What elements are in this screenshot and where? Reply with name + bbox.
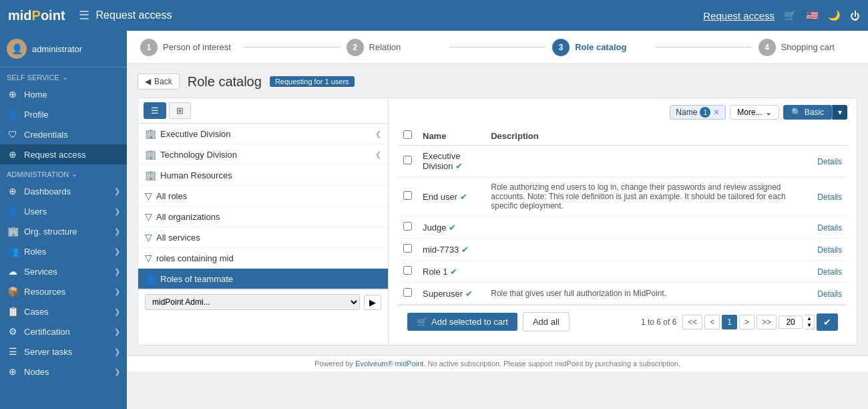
wizard-steps: 1 Person of interest 2 Relation 3 Role c… [127, 31, 868, 64]
filter-clear-icon[interactable]: ✕ [713, 108, 720, 117]
row-checkbox[interactable] [403, 156, 412, 164]
tree-item-label: Roles of teammate [160, 274, 233, 284]
sidebar-item-label: Resources [24, 287, 65, 297]
tree-item-executive-division[interactable]: 🏢 Executive Division ❮ [138, 124, 388, 144]
step-circle-2: 2 [347, 39, 364, 56]
details-link[interactable]: Details [817, 157, 842, 166]
sidebar-item-nodes[interactable]: ⊕ Nodes ❯ [0, 362, 127, 382]
sidebar-username[interactable]: administrator [32, 44, 82, 54]
cases-icon: 📋 [7, 306, 19, 317]
top-nav: midPoint ☰ Request access Request access… [0, 0, 868, 31]
sidebar-item-home[interactable]: ⊕ Home [0, 84, 127, 104]
select-confirm-button[interactable]: ▶ [364, 295, 381, 310]
nav-request-link[interactable]: Request access [703, 10, 775, 21]
row-actions-cell: Details [812, 261, 847, 283]
details-link[interactable]: Details [817, 223, 842, 233]
details-link[interactable]: Details [817, 245, 842, 255]
prev-page-button[interactable]: < [704, 315, 720, 329]
back-button[interactable]: ◀ Back [138, 74, 180, 90]
tree-item-roles-of-teammate[interactable]: 👤 Roles of teammate [138, 269, 388, 289]
sidebar-item-resources[interactable]: 📦 Resources ❯ [0, 281, 127, 301]
tree-item-label: Human Resources [160, 170, 232, 180]
sidebar-item-label: Request access [24, 150, 86, 160]
row-description-cell [485, 217, 812, 239]
details-link[interactable]: Details [817, 192, 842, 202]
tree-item-all-roles[interactable]: ▽ All roles [138, 186, 388, 207]
avatar: 👤 [7, 39, 27, 59]
catalog-area: ◀ Back Role catalog Requesting for 1 use… [127, 64, 868, 355]
row-checkbox[interactable] [403, 266, 412, 275]
sidebar-item-request-access[interactable]: ⊕ Request access [0, 144, 127, 164]
moon-icon[interactable]: 🌙 [828, 9, 841, 21]
basic-dropdown-button[interactable]: ▾ [832, 105, 847, 120]
wizard-step-3: 3 Role catalog [552, 39, 648, 56]
row-description-cell [485, 261, 812, 283]
sidebar-item-label: Users [24, 207, 47, 217]
evolveum-link[interactable]: Evolveum® midPoint [355, 360, 423, 368]
tree-item-roles-containing-mid[interactable]: ▽ roles containing mid [138, 248, 388, 269]
page-size-up-button[interactable]: ▲ [805, 315, 814, 322]
row-actions-cell: Details [812, 177, 847, 217]
row-checkbox[interactable] [403, 244, 412, 253]
cart-icon: 🛒 [417, 317, 427, 327]
logo: midPoint [8, 8, 65, 23]
actions-header [812, 126, 847, 146]
sidebar: 👤 administrator SELF SERVICE ⌄ ⊕ Home 👤 … [0, 31, 127, 409]
right-panel: Name 1 ✕ More... ⌄ 🔍 Basic [389, 98, 857, 345]
sidebar-item-dashboards[interactable]: ⊕ Dashboards ❯ [0, 181, 127, 201]
grid-view-button[interactable]: ⊞ [169, 102, 191, 119]
sidebar-item-certification[interactable]: ⚙ Certification ❯ [0, 321, 127, 342]
add-all-button[interactable]: Add all [523, 312, 570, 331]
page-size-down-button[interactable]: ▼ [805, 322, 814, 329]
active-check-icon: ✔ [465, 289, 473, 299]
add-to-cart-button[interactable]: 🛒 Add selected to cart [407, 313, 517, 331]
row-actions-cell: Details [812, 146, 847, 177]
step-circle-1: 1 [140, 39, 158, 56]
tree-item-technology-division[interactable]: 🏢 Technology Division ❮ [138, 144, 388, 165]
expand-icon: ❯ [114, 327, 120, 336]
teammate-select[interactable]: midPoint Admi... [145, 294, 360, 310]
tree-item-all-services[interactable]: ▽ All services [138, 227, 388, 248]
step-line-3 [655, 47, 751, 47]
tree-item-label: Executive Division [160, 129, 231, 139]
details-link[interactable]: Details [817, 289, 842, 299]
step-circle-3: 3 [552, 39, 570, 56]
cart-icon[interactable]: 🛒 [784, 9, 797, 21]
power-icon[interactable]: ⏻ [850, 10, 860, 21]
sidebar-item-org-structure[interactable]: 🏢 Org. structure ❯ [0, 221, 127, 241]
row-checkbox[interactable] [403, 222, 412, 231]
more-filters-button[interactable]: More... ⌄ [730, 105, 779, 120]
first-page-button[interactable]: << [682, 315, 702, 329]
sidebar-item-services[interactable]: ☁ Services ❯ [0, 261, 127, 281]
person-icon: 👤 [145, 273, 156, 284]
back-arrow-icon: ◀ [145, 77, 151, 86]
sidebar-item-cases[interactable]: 📋 Cases ❯ [0, 301, 127, 321]
row-checkbox-cell [398, 217, 417, 239]
page-size-input[interactable] [779, 315, 803, 329]
row-checkbox[interactable] [403, 288, 412, 297]
sidebar-item-roles[interactable]: 👥 Roles ❯ [0, 241, 127, 261]
sidebar-item-credentials[interactable]: 🛡 Credentials [0, 124, 127, 144]
step-label-3: Role catalog [575, 42, 626, 52]
active-check-icon: ✔ [460, 192, 467, 202]
row-description-cell [485, 146, 812, 177]
menu-icon[interactable]: ☰ [79, 8, 89, 23]
last-page-button[interactable]: >> [756, 315, 777, 329]
tree-item-label: All organizations [156, 212, 220, 222]
next-page-button[interactable]: > [739, 315, 754, 329]
sidebar-item-server-tasks[interactable]: ☰ Server tasks ❯ [0, 342, 127, 362]
tree-item-human-resources[interactable]: 🏢 Human Resources [138, 165, 388, 186]
flag-icon[interactable]: 🇺🇸 [806, 9, 819, 21]
row-description-cell: Role that gives user full authorization … [485, 283, 812, 305]
sidebar-item-profile[interactable]: 👤 Profile [0, 104, 127, 124]
list-view-button[interactable]: ☰ [144, 102, 166, 119]
details-link[interactable]: Details [817, 267, 842, 277]
row-checkbox[interactable] [403, 191, 412, 200]
search-button[interactable]: 🔍 Basic [783, 105, 832, 120]
sidebar-item-users[interactable]: 👤 Users ❯ [0, 201, 127, 221]
confirm-button[interactable]: ✔ [817, 313, 838, 331]
tree-item-label: roles containing mid [156, 253, 234, 263]
current-page-button[interactable]: 1 [722, 315, 737, 329]
select-all-checkbox[interactable] [403, 130, 412, 139]
tree-item-all-organizations[interactable]: ▽ All organizations [138, 207, 388, 227]
